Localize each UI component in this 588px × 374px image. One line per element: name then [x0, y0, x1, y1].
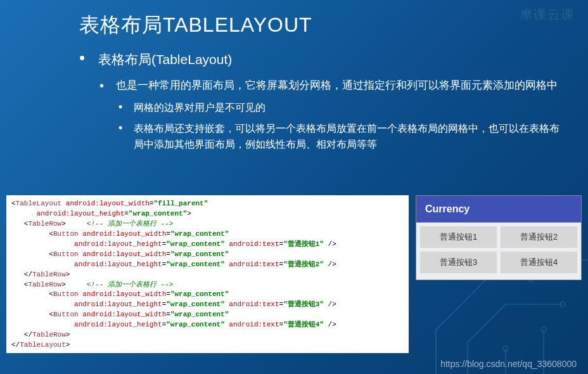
svg-point-1 — [560, 302, 565, 307]
bullet-level-2: 也是一种常用的界面布局，它将屏幕划分网格，通过指定行和列可以将界面元素添加的网格… — [79, 77, 563, 94]
code-block: <TableLayout android:layout_width="fill_… — [6, 195, 409, 353]
app-button-3[interactable]: 普通按钮3 — [420, 252, 497, 273]
app-button-2[interactable]: 普通按钮2 — [501, 226, 577, 248]
app-preview: Currency 普通按钮1 普通按钮2 普通按钮3 普通按钮4 — [416, 195, 582, 280]
app-table: 普通按钮1 普通按钮2 普通按钮3 普通按钮4 — [416, 222, 581, 280]
slide-title: 表格布局TABLELAYOUT — [79, 11, 312, 39]
table-row: 普通按钮3 普通按钮4 — [420, 252, 577, 273]
slide-content: 表格布局(TableLayout) 也是一种常用的界面布局，它将屏幕划分网格，通… — [79, 51, 563, 158]
svg-point-3 — [541, 327, 546, 332]
table-row: 普通按钮1 普通按钮2 — [420, 226, 577, 248]
bullet-level-3: 网格的边界对用户是不可见的 — [79, 100, 563, 116]
app-button-1[interactable]: 普通按钮1 — [420, 226, 497, 248]
svg-point-2 — [503, 346, 508, 351]
app-button-4[interactable]: 普通按钮4 — [501, 252, 577, 273]
bullet-level-1: 表格布局(TableLayout) — [79, 51, 563, 68]
app-bar-title: Currency — [416, 196, 581, 222]
watermark-url: https://blog.csdn.net/qq_33608000 — [440, 359, 577, 369]
bullet-level-3: 表格布局还支持嵌套，可以将另一个表格布局放置在前一个表格布局的网格中，也可以在表… — [79, 121, 563, 153]
watermark-top: 摩课云课 — [520, 6, 575, 23]
